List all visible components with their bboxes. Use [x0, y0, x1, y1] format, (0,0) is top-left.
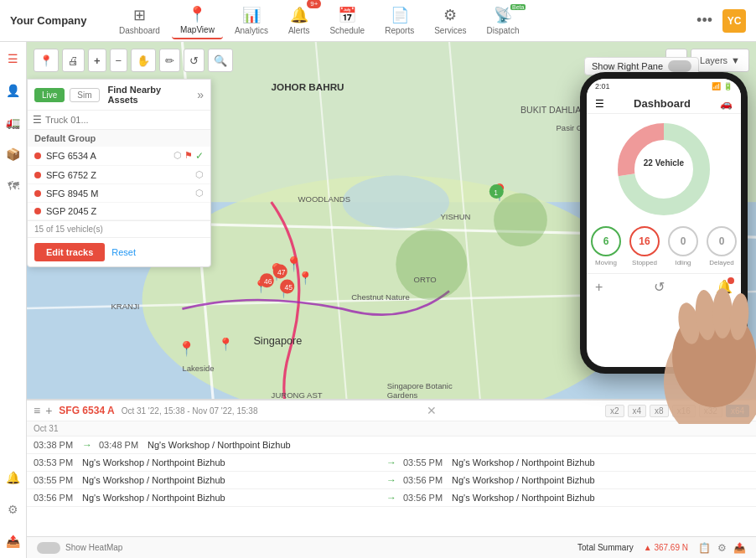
total-distance: ▲ 367.69 N [644, 543, 688, 552]
svg-text:45: 45 [285, 283, 293, 292]
sidebar-settings-icon[interactable]: ⚙ [3, 499, 23, 519]
right-pane-toggle[interactable] [668, 60, 691, 72]
services-icon: ⚙ [443, 6, 457, 24]
vehicle-row-0[interactable]: SFG 6534 A ⬡ ⚑ ✓ [28, 147, 210, 166]
add-button[interactable]: + [595, 280, 603, 295]
map-panel[interactable]: BUKIT INDAH JOHOR BAHRU BUKIT DAHLIA Pas… [27, 42, 756, 558]
heatmap-toggle[interactable]: Show HeatMap [37, 542, 122, 554]
edit-button[interactable]: ✏ [159, 49, 180, 72]
moving-circle: 6 [591, 226, 621, 256]
nav-reports[interactable]: 📄 Reports [376, 3, 422, 39]
svg-text:BUKIT DAHLIA: BUKIT DAHLIA [520, 105, 582, 115]
edit-tracks-button[interactable]: Edit tracks [34, 243, 105, 261]
svg-point-47 [635, 141, 692, 198]
place-name-dest: Ng's Workshop / Northpoint Bizhub [452, 475, 749, 485]
nav-dispatch[interactable]: 📡 Dispatch Beta [479, 3, 528, 39]
export-icon[interactable]: 📤 [733, 542, 746, 554]
sidebar-menu-icon[interactable]: ☰ [3, 49, 23, 69]
refresh-button[interactable]: ↺ [184, 49, 205, 72]
stopped-circle: 16 [629, 226, 660, 256]
list-icon[interactable]: ≡ [34, 404, 40, 417]
nav-more-button[interactable]: ••• [690, 12, 719, 29]
reports-icon: 📄 [391, 6, 409, 24]
vehicle-row-2[interactable]: SFG 8945 M ⬡ [28, 184, 210, 203]
reset-button[interactable]: Reset [111, 247, 136, 257]
zoom-x4[interactable]: x4 [628, 405, 647, 417]
sidebar-user-icon[interactable]: 👤 [3, 80, 23, 101]
total-label: Total Summary [577, 543, 634, 552]
settings-icon[interactable]: ⚙ [717, 542, 727, 554]
svg-point-8 [396, 229, 467, 300]
sidebar-map-icon[interactable]: 🗺 [3, 176, 23, 196]
sidebar-package-icon[interactable]: 📦 [3, 144, 23, 164]
zoom-x2[interactable]: x2 [605, 405, 624, 417]
top-navigation: Your Company ⊞ Dashboard 📍 MapView 📊 Ana… [0, 0, 756, 42]
collapse-button[interactable]: » [197, 88, 204, 101]
map-toolbar: 📍 🖨 + − ✋ ✏ ↺ 🔍 Show Right Pane ⊞ Layers… [34, 49, 749, 72]
clipboard-icon[interactable]: 📋 [698, 542, 711, 554]
user-avatar[interactable]: YC [722, 9, 746, 33]
svg-text:Chestnut Nature: Chestnut Nature [351, 292, 410, 302]
car-icon: 🚗 [720, 98, 733, 110]
vehicle-name: SGP 2045 Z [46, 206, 204, 216]
print-button[interactable]: 🖨 [62, 49, 85, 72]
search-map-button[interactable]: 🔍 [208, 49, 233, 72]
heatmap-switch[interactable] [37, 542, 60, 554]
vehicle-icons: ⬡ ⚑ ✓ [173, 150, 204, 162]
phone-header: ☰ Dashboard 🚗 [587, 94, 741, 114]
nav-schedule[interactable]: 📅 Schedule [321, 3, 373, 39]
pan-button[interactable]: ✋ [131, 49, 156, 72]
place-name-dest: Ng's Workshop / Northpoint Bizhub [452, 493, 749, 503]
heatmap-label: Show HeatMap [65, 543, 122, 552]
nav-dashboard[interactable]: ⊞ Dashboard [111, 3, 168, 39]
hamburger-icon: ☰ [595, 98, 604, 110]
sidebar-bell-icon[interactable]: 🔔 [3, 468, 23, 488]
phone-mockup: 2:01 📶 🔋 ☰ Dashboard 🚗 [580, 72, 748, 374]
svg-text:22 Vehicle: 22 Vehicle [644, 158, 685, 168]
sidebar-truck-icon[interactable]: 🚛 [3, 112, 23, 132]
zoom-in-button[interactable]: + [88, 49, 106, 72]
nav-alerts[interactable]: 🔔 Alerts 9+ [280, 3, 318, 39]
vehicle-search-input[interactable] [45, 115, 205, 125]
place-name: Ng's Workshop / Northpoint Bizhub [82, 493, 380, 503]
layers-button[interactable]: Layers ▼ [691, 49, 749, 72]
phone-battery: 📶 🔋 [712, 82, 733, 90]
sim-button[interactable]: Sim [70, 88, 99, 102]
svg-text:ORTO: ORTO [414, 275, 437, 284]
zoom-out-button[interactable]: − [110, 49, 128, 72]
svg-text:Lakeside: Lakeside [182, 364, 214, 373]
vehicle-icons: ⬡ [195, 188, 204, 199]
nav-analytics[interactable]: 📊 Analytics [226, 3, 277, 39]
sidebar-upload-icon[interactable]: 📤 [3, 531, 23, 551]
place-name-dest: Ng's Workshop / Northpoint Bizhub [452, 457, 749, 468]
svg-point-53 [712, 288, 733, 338]
live-button[interactable]: Live [34, 88, 65, 102]
mapview-icon: 📍 [188, 5, 206, 23]
vehicle-row-3[interactable]: SGP 2045 Z [28, 203, 210, 220]
check-icon: ✓ [195, 150, 204, 162]
filter-icon[interactable]: ☰ [33, 114, 42, 126]
svg-text:Singapore Botanic: Singapore Botanic [387, 381, 453, 390]
alerts-badge: 9+ [307, 0, 321, 8]
vehicle-row-1[interactable]: SFG 6752 Z ⬡ [28, 166, 210, 184]
time-start: 03:38 PM [34, 440, 75, 450]
group-header: Default Group [28, 130, 210, 147]
svg-text:KRANJI: KRANJI [111, 302, 139, 311]
nav-mapview[interactable]: 📍 MapView [172, 2, 223, 39]
track-row-0: 03:38 PM → 03:48 PM Ng's Workshop / Nort… [27, 437, 756, 454]
track-row-3: 03:56 PM Ng's Workshop / Northpoint Bizh… [27, 489, 756, 507]
add-icon[interactable]: + [45, 404, 52, 417]
place-name: Ng's Workshop / Northpoint Bizhub [82, 457, 380, 468]
place-name: Ng's Workshop / Northpoint Bizhub [148, 440, 749, 450]
vehicle-name: SFG 8945 M [46, 189, 190, 199]
share-icon: ⬡ [173, 150, 182, 162]
dispatch-icon: 📡 [494, 6, 512, 24]
pin-button[interactable]: 📍 [34, 49, 59, 72]
vehicle-count: 15 of 15 vehicle(s) [28, 220, 210, 237]
analytics-icon: 📊 [242, 6, 261, 24]
nav-services[interactable]: ⚙ Services [426, 3, 474, 39]
stat-moving: 6 Moving [591, 226, 621, 266]
close-button[interactable]: ✕ [427, 404, 437, 417]
arrow-icon: → [386, 474, 396, 486]
beta-badge: Beta [510, 4, 526, 10]
